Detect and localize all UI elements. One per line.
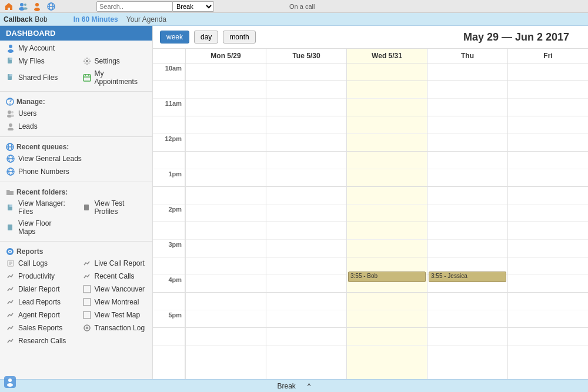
sidebar-item-view-test-profiles[interactable]: View Test Profiles: [76, 197, 153, 217]
caret-up-icon[interactable]: ^: [308, 382, 311, 390]
view-vancouver-icon: [82, 284, 92, 294]
day-col-thu[interactable]: 3:55 - Jessica: [427, 63, 507, 379]
week-view-button[interactable]: week: [160, 31, 189, 43]
svg-rect-38: [9, 205, 12, 207]
day-cell: [266, 99, 346, 116]
phone-numbers-label: Phone Numbers: [18, 167, 69, 176]
day-header-fri: Fri: [507, 49, 588, 63]
sidebar-item-call-logs[interactable]: Call Logs: [0, 257, 76, 270]
sidebar-item-phone-numbers[interactable]: Phone Numbers: [0, 165, 152, 178]
users-label: Users: [18, 109, 36, 118]
day-col-tue[interactable]: [266, 63, 346, 379]
day-view-button[interactable]: day: [194, 31, 218, 43]
day-cell: [508, 293, 588, 310]
sidebar-item-view-test-map[interactable]: View Test Map: [76, 309, 153, 321]
sidebar-item-users[interactable]: Users: [0, 107, 152, 120]
sidebar-item-settings[interactable]: Settings: [76, 55, 153, 68]
sidebar-item-my-account[interactable]: My Account: [0, 42, 152, 55]
floor-maps-icon: [6, 223, 15, 232]
day-cell: [266, 63, 346, 81]
appointments-label: My Appointments: [95, 69, 147, 86]
sidebar-item-agent-report[interactable]: Agent Report: [0, 309, 76, 321]
view-test-map-icon: [82, 310, 92, 320]
day-cell: [186, 328, 266, 346]
sidebar-item-my-appointments[interactable]: My Appointments: [76, 68, 153, 88]
break-select[interactable]: Break Available Busy Away: [173, 1, 214, 12]
appointments-icon: [82, 73, 92, 82]
month-view-button[interactable]: month: [223, 31, 255, 43]
day-cell: [347, 99, 427, 116]
search-box: Break Available Busy Away: [96, 1, 214, 12]
sidebar-item-shared-files[interactable]: Shared Files: [0, 68, 76, 88]
sidebar-item-research-calls[interactable]: Research Calls: [0, 334, 76, 347]
home-icon[interactable]: [4, 1, 14, 12]
sidebar-item-recent-calls[interactable]: Recent Calls: [76, 270, 153, 283]
day-col-mon[interactable]: [185, 63, 266, 379]
svg-point-10: [8, 49, 14, 53]
sidebar-item-transaction-log[interactable]: Transaction Log: [76, 321, 153, 334]
day-col-wed[interactable]: 3:55 - Bob: [346, 63, 427, 379]
svg-rect-12: [9, 58, 12, 60]
sidebar-item-lead-reports[interactable]: Lead Reports: [0, 296, 76, 309]
call-logs-icon: [6, 259, 15, 268]
manage-label: Manage:: [0, 95, 152, 107]
manager-files-icon: [6, 203, 15, 212]
live-call-report-icon: [82, 259, 92, 268]
svg-point-13: [86, 60, 88, 62]
sidebar-item-sales-reports[interactable]: Sales Reports: [0, 321, 76, 334]
day-cell: [186, 275, 266, 293]
day-cell: [427, 187, 507, 205]
bottom-left-icon[interactable]: [3, 375, 17, 389]
files-icon: [6, 56, 15, 66]
leads-icon: [6, 122, 15, 131]
event-jessica[interactable]: 3:55 - Jessica: [429, 272, 506, 282]
globe-icon[interactable]: [46, 1, 56, 12]
recent-folders-sub: View Manager: Files View Test Profiles V…: [0, 197, 152, 237]
sidebar-item-view-general-leads[interactable]: View General Leads: [0, 152, 152, 165]
day-cell: [508, 310, 588, 328]
sidebar-item-view-manager-files[interactable]: View Manager: Files: [0, 197, 76, 217]
users-icon[interactable]: [18, 1, 28, 12]
sidebar-item-live-call-report[interactable]: Live Call Report: [76, 257, 153, 270]
sidebar-header: DASHBOARD: [0, 26, 152, 41]
day-col-fri[interactable]: [507, 63, 588, 379]
your-agenda-label: Your Agenda: [126, 15, 166, 24]
event-bob[interactable]: 3:55 - Bob: [348, 272, 426, 282]
agent-report-label: Agent Report: [18, 311, 60, 319]
productivity-label: Productivity: [18, 272, 55, 280]
sidebar-item-view-floor-maps[interactable]: View Floor Maps: [0, 217, 76, 237]
sidebar-item-leads[interactable]: Leads: [0, 120, 152, 133]
time-slot-6: 1pm: [153, 169, 185, 187]
day-cell: [347, 63, 427, 81]
sidebar-item-view-vancouver[interactable]: View Vancouver: [76, 283, 153, 296]
recent-calls-icon: [82, 272, 92, 281]
search-input[interactable]: [96, 1, 173, 12]
day-cell: [427, 99, 507, 116]
svg-rect-48: [83, 299, 91, 306]
svg-point-3: [24, 7, 28, 9]
productivity-icon: [6, 272, 15, 281]
calendar-grid: Mon 5/29 Tue 5/30 Wed 5/31 Thu Fri 10am1…: [153, 49, 588, 379]
sidebar-item-dialer-report[interactable]: Dialer Report: [0, 283, 76, 296]
day-cell: [186, 293, 266, 310]
day-cell: [186, 63, 266, 81]
day-cell: [266, 169, 346, 187]
day-cell: [266, 152, 346, 169]
day-cell: [508, 116, 588, 134]
day-cell: [266, 134, 346, 152]
svg-point-43: [9, 251, 11, 253]
day-cell: [266, 328, 346, 346]
call-logs-label: Call Logs: [18, 259, 48, 267]
view-manager-files-label: View Manager: Files: [18, 199, 71, 216]
svg-point-21: [9, 103, 11, 105]
agent-report-icon: [6, 310, 15, 320]
account-icon: [6, 43, 15, 53]
sidebar-item-my-files[interactable]: My Files: [0, 55, 76, 68]
view-vancouver-label: View Vancouver: [95, 285, 145, 293]
sidebar-item-view-montreal[interactable]: View Montreal: [76, 296, 153, 309]
recent-calls-label: Recent Calls: [95, 272, 135, 280]
time-slot-13: [153, 293, 185, 310]
sidebar-item-productivity[interactable]: Productivity: [0, 270, 76, 283]
person-icon[interactable]: [32, 1, 42, 12]
day-cell: [347, 293, 427, 310]
